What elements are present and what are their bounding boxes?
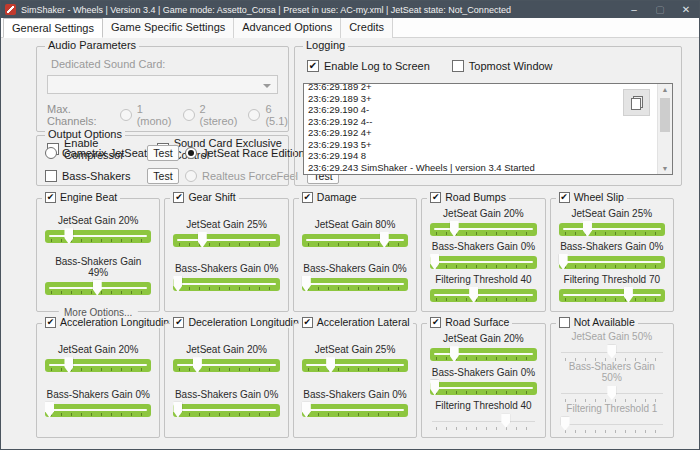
scrollbar-thumb[interactable] (660, 98, 670, 132)
slider-jetseat-gain-25[interactable] (302, 357, 408, 374)
slider-bass-shakers-gain-0[interactable] (173, 276, 279, 293)
checkbox-bass-shakers[interactable]: Bass-Shakers (45, 170, 147, 182)
radio-icon (45, 147, 57, 159)
slider-ticks (179, 368, 275, 371)
close-button[interactable]: ✕ (673, 1, 699, 18)
effect-panel-header: Not Available (556, 316, 638, 328)
slider-jetseat-gain-25[interactable] (559, 221, 665, 238)
radio-gametrix-jetseat[interactable]: Gametrix JetSeat (45, 147, 147, 159)
effect-panel-label: Damage (317, 191, 357, 203)
slider-bass-shakers-gain-50 (559, 385, 665, 402)
test-button-gametrix-jetseat[interactable]: Test (147, 145, 179, 161)
slider-bass-shakers-gain-0[interactable] (430, 380, 536, 397)
slider-ticks (565, 358, 661, 361)
slider-bass-shakers-gain-0[interactable] (45, 402, 151, 419)
slider-block: Filtering Threshold 40 (430, 274, 536, 304)
effect-panel-label: Acceleration Longitudinal (60, 316, 177, 328)
slider-block: JetSeat Gain 50% (559, 331, 665, 361)
radio-label: 6 (5.1) (265, 103, 288, 127)
slider-block: JetSeat Gain 25% (302, 344, 408, 374)
arrow-down-icon[interactable]: ▼ (658, 165, 672, 172)
effect-enable-checkbox[interactable]: ✔ (430, 317, 441, 328)
slider-bass-shakers-gain-0[interactable] (559, 254, 665, 271)
log-output-box[interactable]: 23:6:29.189 2+23:6:29.189 3+23:6:29.190 … (303, 83, 673, 175)
slider-bass-shakers-gain-0[interactable] (302, 276, 408, 293)
output-options-group: Output Options Gametrix JetSeat Test Jet… (36, 135, 289, 186)
slider-label: JetSeat Gain 25% (559, 208, 665, 219)
checkbox-topmost-window[interactable]: Topmost Window (452, 60, 553, 72)
effect-enable-checkbox[interactable]: ✔ (45, 192, 56, 203)
slider-jetseat-gain-20[interactable] (430, 221, 536, 238)
slider-label: Bass-Shakers Gain 50% (559, 361, 665, 383)
slider-block: Bass-Shakers Gain 0% (302, 389, 408, 419)
effect-panel-wheel-slip: ✔ Wheel Slip JetSeat Gain 25% Bass-Shake… (550, 198, 674, 312)
slider-ticks (179, 413, 275, 416)
slider-jetseat-gain-20[interactable] (45, 357, 151, 374)
radio-icon (185, 147, 197, 159)
slider-ticks (436, 391, 532, 394)
tab-general-settings[interactable]: General Settings (3, 18, 103, 38)
radio-icon (183, 109, 195, 121)
effect-enable-checkbox[interactable]: ✔ (430, 192, 441, 203)
slider-jetseat-gain-20[interactable] (430, 346, 536, 363)
slider-label: Filtering Threshold 40 (430, 400, 536, 411)
tab-strip: General SettingsGame Specific SettingsAd… (1, 18, 699, 38)
radio-6-5-1: 6 (5.1) (248, 103, 288, 127)
slider-ticks (179, 287, 275, 290)
checkbox-enable-log-to-screen[interactable]: ✔ Enable Log to Screen (307, 60, 430, 72)
effect-panel-header: ✔ Road Surface (427, 316, 512, 328)
slider-label: JetSeat Gain 20% (45, 215, 151, 226)
tab-game-specific-settings[interactable]: Game Specific Settings (103, 18, 234, 38)
slider-jetseat-gain-80[interactable] (302, 232, 408, 249)
checkbox-icon (45, 170, 57, 182)
slider-block: Bass-Shakers Gain 0% (45, 389, 151, 419)
slider-jetseat-gain-20[interactable] (45, 228, 151, 245)
effect-enable-checkbox[interactable]: ✔ (302, 317, 313, 328)
tab-advanced-options[interactable]: Advanced Options (234, 18, 341, 38)
effect-panel-header: ✔ Engine Beat (42, 191, 120, 203)
slider-jetseat-gain-25[interactable] (173, 232, 279, 249)
arrow-up-icon[interactable]: ▲ (658, 86, 672, 93)
effect-panel-header: ✔ Gear Shift (170, 191, 238, 203)
group-title: Logging (303, 39, 348, 51)
sound-card-label: Dedicated Sound Card: (51, 58, 288, 70)
radio-realteus-forcefeel: Realteus ForceFeel (185, 170, 307, 182)
slider-bass-shakers-gain-49[interactable] (45, 280, 151, 297)
slider-filtering-threshold-1 (559, 416, 665, 433)
effect-enable-checkbox[interactable]: ✔ (302, 192, 313, 203)
effect-panel-label: Deceleration Longitudinal (188, 316, 307, 328)
slider-bass-shakers-gain-0[interactable] (430, 254, 536, 271)
group-title: Output Options (45, 128, 125, 140)
slider-ticks (565, 430, 661, 433)
tab-content-general-settings: Audio Parameters Dedicated Sound Card: M… (1, 38, 699, 449)
effect-enable-checkbox[interactable]: ✔ (173, 317, 184, 328)
slider-ticks (308, 368, 404, 371)
slider-bass-shakers-gain-0[interactable] (302, 402, 408, 419)
effect-enable-checkbox[interactable] (559, 317, 570, 328)
effect-panel-label: Road Bumps (445, 191, 506, 203)
slider-ticks (436, 265, 532, 268)
slider-bass-shakers-gain-0[interactable] (173, 402, 279, 419)
slider-block: JetSeat Gain 20% (45, 215, 151, 245)
effect-panel-header: ✔ Deceleration Longitudinal (170, 316, 310, 328)
effect-enable-checkbox[interactable]: ✔ (173, 192, 184, 203)
slider-jetseat-gain-20[interactable] (173, 357, 279, 374)
slider-thumb (501, 414, 510, 428)
slider-ticks (436, 298, 532, 301)
max-channels-label: Max. Channels: (47, 103, 109, 127)
slider-block: Bass-Shakers Gain 0% (559, 241, 665, 271)
copy-log-button[interactable] (623, 89, 650, 116)
test-button-bass-shakers[interactable]: Test (147, 168, 179, 184)
slider-block: JetSeat Gain 80% (302, 219, 408, 249)
radio-jetseat-race-edition[interactable]: JetSeat Race Edition (185, 147, 307, 159)
slider-ticks (436, 427, 532, 430)
slider-filtering-threshold-40[interactable] (430, 287, 536, 304)
tab-credits[interactable]: Credits (341, 18, 393, 38)
log-scrollbar[interactable]: ▲ ▼ (657, 84, 672, 174)
effect-enable-checkbox[interactable]: ✔ (45, 317, 56, 328)
slider-label: Filtering Threshold 70 (559, 274, 665, 285)
effect-enable-checkbox[interactable]: ✔ (559, 192, 570, 203)
minimize-button[interactable]: – (621, 1, 647, 18)
log-line: 23:6:29.189 3+ (308, 93, 652, 105)
slider-filtering-threshold-70[interactable] (559, 287, 665, 304)
